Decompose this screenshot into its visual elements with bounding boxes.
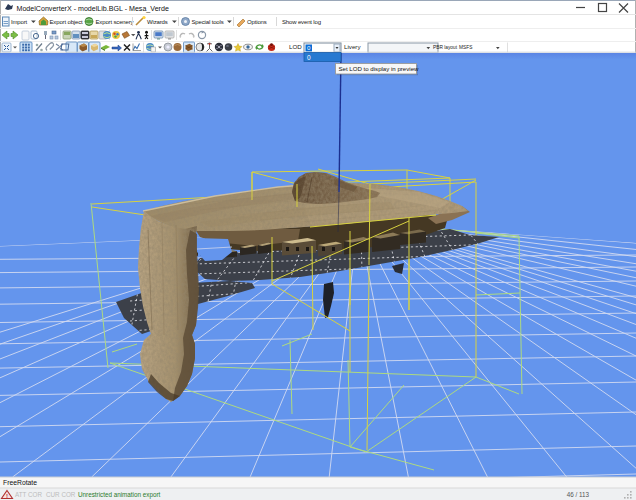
svg-text:Show event log: Show event log	[282, 19, 321, 25]
svg-text:MSFS: MSFS	[459, 45, 472, 50]
svg-text:Livery: Livery	[344, 43, 361, 50]
svg-text:LOD: LOD	[289, 43, 302, 50]
svg-text:PBR layout: PBR layout	[433, 45, 458, 50]
svg-text:Wizards: Wizards	[147, 19, 168, 25]
svg-text:0: 0	[307, 44, 311, 51]
svg-text:0: 0	[307, 54, 311, 61]
svg-text:ATT COR: ATT COR	[15, 491, 43, 498]
svg-text:Unrestricted animation export: Unrestricted animation export	[78, 491, 160, 499]
svg-text:FreeRotate: FreeRotate	[3, 479, 37, 486]
svg-text:Set LOD to display in preview: Set LOD to display in preview	[339, 65, 420, 72]
svg-text:!: !	[6, 493, 8, 499]
svg-text:Special tools: Special tools	[192, 19, 224, 25]
svg-text:ModelConverterX - modelLib.BGL: ModelConverterX - modelLib.BGL - Mesa_Ve…	[17, 5, 169, 13]
svg-text:Export object: Export object	[50, 19, 84, 25]
svg-text:Export scenery: Export scenery	[96, 19, 134, 25]
svg-text:CUR COR: CUR COR	[46, 491, 76, 498]
svg-text:46 / 113: 46 / 113	[567, 491, 590, 498]
svg-text:Import: Import	[11, 19, 28, 25]
svg-text:Options: Options	[247, 19, 267, 25]
